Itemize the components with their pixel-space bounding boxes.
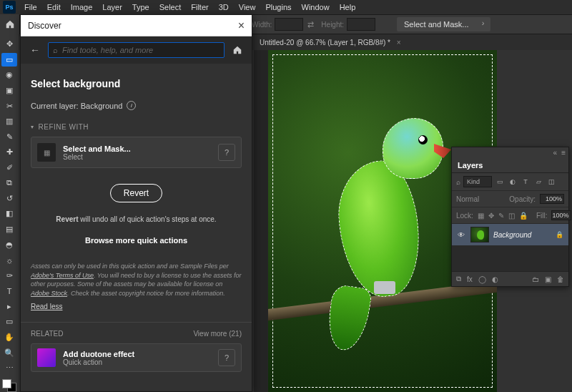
current-layer-label: Current layer: Background i: [31, 101, 242, 110]
path-select-tool[interactable]: ▸: [1, 300, 17, 314]
layer-fx-icon[interactable]: fx: [467, 275, 473, 283]
opacity-input[interactable]: 100%: [540, 194, 564, 204]
clone-stamp-tool[interactable]: ⧉: [1, 176, 17, 190]
gradient-tool[interactable]: ▤: [1, 222, 17, 237]
height-input[interactable]: [347, 18, 375, 31]
dodge-tool[interactable]: ☼: [1, 253, 17, 268]
close-icon[interactable]: ×: [238, 19, 245, 32]
swap-dimensions-icon[interactable]: ⇄: [307, 20, 314, 29]
history-brush-tool[interactable]: ↺: [1, 192, 17, 206]
discover-title: Discover: [28, 21, 61, 31]
menu-3d[interactable]: 3D: [214, 1, 233, 13]
menu-help[interactable]: Help: [335, 1, 360, 13]
refine-with-label: REFINE WITH: [39, 123, 89, 131]
related-item[interactable]: Add duotone effect Quick action ?: [31, 343, 242, 372]
filter-kind-select[interactable]: Kind: [463, 176, 492, 187]
related-item-help-icon[interactable]: ?: [218, 349, 235, 366]
eyedropper-tool[interactable]: ✎: [1, 129, 17, 144]
layer-thumbnail[interactable]: [470, 227, 489, 242]
discover-home-button[interactable]: [230, 43, 245, 57]
blur-tool[interactable]: ◓: [1, 237, 17, 252]
select-and-mask-button[interactable]: Select and Mask...: [397, 17, 490, 31]
terms-link[interactable]: Adobe's Terms of Use: [31, 272, 94, 279]
adobe-stock-link[interactable]: Adobe Stock: [31, 290, 67, 297]
blend-mode-select[interactable]: Normal: [456, 195, 479, 203]
delete-layer-icon[interactable]: 🗑: [557, 275, 564, 283]
fill-input[interactable]: 100%: [551, 210, 571, 220]
layers-tab[interactable]: Layers: [452, 158, 568, 173]
menu-file[interactable]: File: [20, 1, 41, 13]
revert-button[interactable]: Revert: [110, 184, 162, 202]
hand-tool[interactable]: ✋: [1, 330, 17, 345]
discover-body: Select background Current layer: Backgro…: [21, 64, 252, 391]
assets-note: Assets can only be used in this quick ac…: [31, 262, 242, 298]
healing-brush-tool[interactable]: ✚: [1, 145, 17, 160]
frame-tool[interactable]: ▥: [1, 114, 17, 129]
width-input[interactable]: [275, 18, 303, 31]
search-box[interactable]: ⌕: [48, 42, 225, 58]
opacity-label: Opacity:: [509, 195, 536, 203]
filter-pixel-icon[interactable]: ▭: [495, 177, 505, 187]
move-tool[interactable]: ✥: [1, 37, 17, 52]
foreground-color-swatch[interactable]: [2, 379, 11, 388]
filter-shape-icon[interactable]: ▱: [533, 177, 543, 187]
info-icon[interactable]: i: [127, 101, 136, 110]
menu-edit[interactable]: Edit: [43, 1, 65, 13]
menu-select[interactable]: Select: [155, 1, 186, 13]
edit-toolbar[interactable]: ⋯: [1, 361, 17, 376]
lock-artboard-icon[interactable]: ◫: [508, 212, 515, 220]
filter-type-icon[interactable]: T: [521, 177, 531, 187]
layer-visibility-icon[interactable]: 👁: [456, 231, 466, 239]
browse-more-link[interactable]: Browse more quick actions: [31, 236, 242, 245]
menu-layer[interactable]: Layer: [98, 1, 127, 13]
type-tool[interactable]: T: [1, 284, 17, 298]
new-group-icon[interactable]: 🗀: [532, 275, 539, 283]
object-select-tool[interactable]: ▣: [1, 84, 17, 98]
menu-plugins[interactable]: Plugins: [261, 1, 295, 13]
add-mask-icon[interactable]: ◯: [478, 275, 486, 283]
new-adjustment-icon[interactable]: ◐: [492, 275, 498, 283]
refine-item[interactable]: ▦ Select and Mask... Select ?: [31, 137, 242, 168]
layer-row-background[interactable]: 👁 Background 🔒: [452, 224, 568, 245]
lasso-tool[interactable]: ◉: [1, 68, 17, 82]
close-tab-icon[interactable]: ×: [397, 39, 401, 46]
layer-locked-icon[interactable]: 🔒: [556, 231, 564, 238]
new-layer-icon[interactable]: ▣: [545, 275, 551, 283]
marquee-tool[interactable]: ▭: [1, 53, 17, 67]
discover-panel: Discover × ← ⌕ Select background Current…: [20, 14, 252, 392]
crop-tool[interactable]: ✂: [1, 99, 17, 113]
zoom-tool[interactable]: 🔍: [1, 346, 17, 360]
pen-tool[interactable]: ✑: [1, 268, 17, 283]
link-layers-icon[interactable]: ⧉: [456, 275, 461, 283]
eraser-tool[interactable]: ◧: [1, 207, 17, 221]
filter-adjust-icon[interactable]: ◐: [508, 177, 518, 187]
back-button[interactable]: ←: [28, 43, 42, 57]
menu-filter[interactable]: Filter: [187, 1, 212, 13]
color-swatches[interactable]: [2, 379, 16, 392]
menu-window[interactable]: Window: [297, 1, 334, 13]
layer-name[interactable]: Background: [493, 231, 551, 239]
menu-image[interactable]: Image: [66, 1, 97, 13]
refine-item-help-icon[interactable]: ?: [218, 144, 235, 161]
lock-pixels-icon[interactable]: ✎: [498, 212, 504, 220]
refine-with-header[interactable]: ▾ REFINE WITH: [31, 123, 242, 131]
related-view-more-link[interactable]: View more (21): [193, 330, 242, 338]
refine-item-text: Select and Mask... Select: [63, 144, 131, 161]
search-input[interactable]: [62, 46, 220, 54]
menu-type[interactable]: Type: [128, 1, 154, 13]
filter-search-icon[interactable]: ⌕: [456, 178, 460, 186]
document-tab[interactable]: Untitled-20 @ 66.7% (Layer 1, RGB/8#) * …: [254, 39, 407, 46]
lock-all-icon[interactable]: ▦: [478, 212, 484, 220]
menu-view[interactable]: View: [235, 1, 260, 13]
lock-position-icon[interactable]: ✥: [488, 212, 494, 220]
shape-tool[interactable]: ▭: [1, 315, 17, 329]
read-less-link[interactable]: Read less: [31, 303, 62, 310]
related-label: RELATED: [31, 330, 63, 338]
brush-tool[interactable]: ✐: [1, 161, 17, 175]
discover-search-row: ← ⌕: [21, 36, 252, 64]
panel-menu-icon[interactable]: ≡: [561, 149, 566, 157]
collapse-panel-icon[interactable]: «: [553, 149, 558, 157]
home-button[interactable]: [0, 14, 20, 34]
filter-smart-icon[interactable]: ◫: [546, 177, 556, 187]
lock-icon[interactable]: 🔒: [519, 212, 528, 220]
